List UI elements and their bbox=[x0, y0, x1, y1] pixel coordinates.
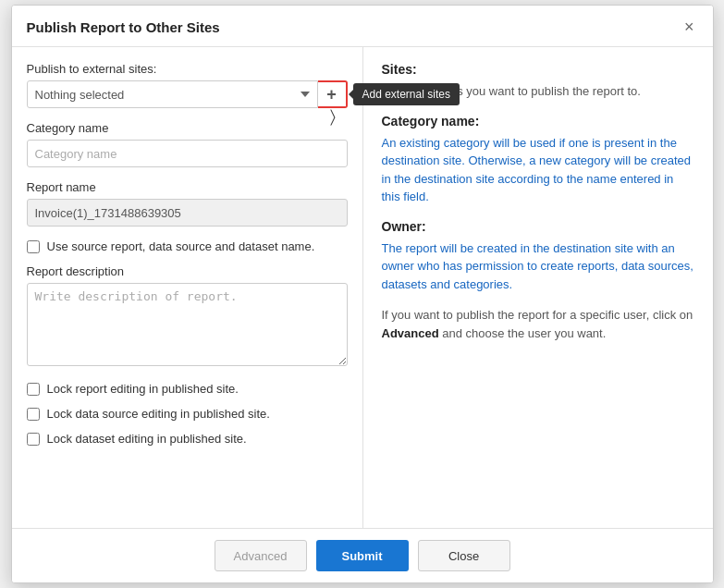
report-name-field-group: Report name bbox=[27, 180, 348, 227]
lock-report-text: Lock report editing in published site. bbox=[47, 382, 239, 396]
lock-dataset-label: Lock dataset editing in published site. bbox=[47, 432, 247, 446]
use-source-checkbox-row: Use source report, data source and datas… bbox=[27, 239, 348, 253]
category-label: Category name bbox=[27, 121, 348, 135]
advanced-button[interactable]: Advanced bbox=[215, 540, 307, 571]
owner-body-text-1: The report will be created in the destin… bbox=[382, 241, 693, 291]
description-field-group: Report description bbox=[27, 264, 348, 369]
description-textarea[interactable] bbox=[27, 283, 348, 366]
owner-body-2: If you want to publish the report for a … bbox=[382, 306, 694, 342]
lock-datasource-row: Lock data source editing in published si… bbox=[27, 407, 348, 421]
category-help-body: An existing category will be used if one… bbox=[382, 134, 694, 206]
dialog-footer: Advanced Submit Close bbox=[12, 528, 713, 582]
owner-title: Owner: bbox=[382, 219, 694, 234]
lock-section: Lock report editing in published site. L… bbox=[27, 382, 348, 446]
add-btn-wrapper: + Add external sites 〉 bbox=[318, 80, 348, 108]
report-name-label: Report name bbox=[27, 180, 348, 194]
use-source-label: Use source report, data source and datas… bbox=[47, 239, 315, 253]
description-label: Report description bbox=[27, 264, 348, 278]
lock-dataset-row: Lock dataset editing in published site. bbox=[27, 432, 348, 446]
category-name-input[interactable] bbox=[27, 140, 348, 167]
sites-title: Sites: bbox=[382, 62, 694, 77]
dialog-body: Publish to external sites: Nothing selec… bbox=[12, 47, 713, 528]
dialog-container: Publish Report to Other Sites × Publish … bbox=[11, 5, 714, 583]
cursor-icon: 〉 bbox=[330, 107, 336, 127]
category-help-title: Category name: bbox=[382, 114, 694, 129]
lock-datasource-text: Lock data source editing in published si… bbox=[47, 407, 270, 421]
lock-report-checkbox[interactable] bbox=[27, 383, 40, 396]
owner-body-text-suffix: and choose the user you want. bbox=[439, 326, 607, 340]
lock-dataset-text: Lock dataset editing in published site. bbox=[47, 432, 247, 446]
report-name-input[interactable] bbox=[27, 199, 348, 227]
publish-label: Publish to external sites: bbox=[27, 62, 348, 76]
lock-datasource-label: Lock data source editing in published si… bbox=[47, 407, 270, 421]
add-sites-tooltip: Add external sites bbox=[353, 83, 460, 105]
category-field-group: Category name bbox=[27, 121, 348, 167]
submit-button[interactable]: Submit bbox=[316, 540, 409, 571]
lock-datasource-checkbox[interactable] bbox=[27, 408, 40, 421]
close-icon[interactable]: × bbox=[681, 17, 698, 37]
lock-report-row: Lock report editing in published site. bbox=[27, 382, 348, 396]
lock-dataset-checkbox[interactable] bbox=[27, 433, 40, 446]
use-source-checkbox[interactable] bbox=[27, 240, 40, 253]
dialog-title: Publish Report to Other Sites bbox=[27, 19, 220, 35]
owner-body-1: The report will be created in the destin… bbox=[382, 239, 694, 294]
close-button[interactable]: Close bbox=[418, 540, 510, 571]
add-external-sites-button[interactable]: + bbox=[318, 80, 348, 108]
left-panel: Publish to external sites: Nothing selec… bbox=[12, 47, 363, 528]
right-panel: Sites: Select the sites you want to publ… bbox=[363, 47, 713, 528]
publish-field-group: Publish to external sites: Nothing selec… bbox=[27, 62, 348, 108]
external-sites-dropdown[interactable]: Nothing selected bbox=[27, 80, 318, 108]
use-source-label-text: Use source report, data source and datas… bbox=[47, 239, 315, 253]
dialog-titlebar: Publish Report to Other Sites × bbox=[12, 6, 713, 47]
owner-body-text-prefix: If you want to publish the report for a … bbox=[382, 308, 693, 322]
category-help-text: An existing category will be used if one… bbox=[382, 136, 692, 204]
lock-report-label: Lock report editing in published site. bbox=[47, 382, 239, 396]
owner-body-text-bold: Advanced bbox=[382, 326, 439, 340]
publish-row: Nothing selected + Add external sites 〉 bbox=[27, 80, 348, 108]
